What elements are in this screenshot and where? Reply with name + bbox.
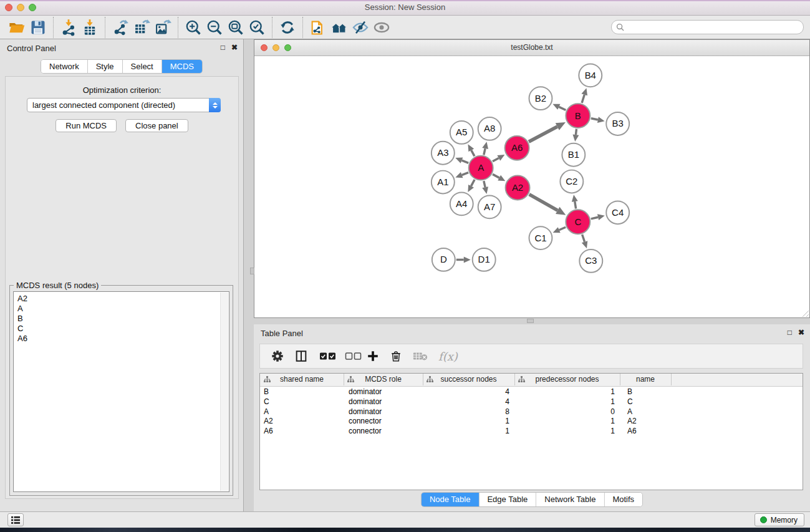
task-history-button[interactable] [7, 513, 24, 526]
table-cell[interactable]: 1 [514, 387, 620, 397]
graph-edge[interactable] [591, 217, 598, 219]
table-cell[interactable]: dominator [344, 387, 423, 397]
close-panel-icon[interactable]: ✖ [231, 44, 238, 52]
mcds-result-item[interactable]: A2 [14, 294, 229, 304]
table-settings-button[interactable] [271, 349, 284, 363]
zoom-fit-button[interactable] [225, 17, 246, 38]
graph-edge[interactable] [493, 174, 499, 178]
table-row[interactable]: Bdominator41B [260, 387, 803, 397]
memory-button[interactable]: Memory [755, 513, 804, 526]
graph-edge[interactable] [559, 227, 566, 230]
table-cell[interactable]: 1 [514, 426, 620, 436]
table-cell[interactable]: dominator [344, 397, 423, 407]
table-cell[interactable]: connector [344, 416, 423, 426]
hub-houses-button[interactable] [329, 17, 350, 38]
graph-edge[interactable] [493, 158, 499, 161]
tab-node-table[interactable]: Node Table [422, 493, 480, 506]
graph-edge[interactable] [462, 173, 468, 175]
column-header-successor-nodes[interactable]: successor nodes [423, 374, 515, 385]
column-visibility-button[interactable] [294, 349, 308, 363]
zoom-window-icon[interactable] [29, 4, 36, 11]
float-panel-icon[interactable]: □ [221, 44, 225, 52]
run-mcds-button[interactable]: Run MCDS [55, 119, 117, 132]
table-cell[interactable]: connector [344, 426, 423, 436]
import-table-button[interactable] [79, 17, 100, 38]
table-cell[interactable]: 8 [423, 407, 514, 417]
table-cell[interactable]: 4 [423, 387, 514, 397]
function-builder-button[interactable]: f(x) [438, 350, 458, 363]
graph-edge[interactable] [484, 148, 485, 155]
graph-edge[interactable] [471, 180, 475, 186]
export-table-button[interactable] [131, 17, 152, 38]
table-cell[interactable]: 1 [514, 397, 620, 407]
import-network-button[interactable] [58, 17, 79, 38]
export-image-button[interactable] [152, 17, 173, 38]
network-from-selection-button[interactable] [307, 17, 329, 38]
network-canvas[interactable]: B4B2BB3A8A5A6A3B1AC2A1A2A4A7C4CC1C3DD1 [255, 56, 809, 317]
table-cell[interactable]: B [620, 387, 671, 397]
graph-edge[interactable] [461, 160, 468, 163]
tab-motifs[interactable]: Motifs [604, 493, 642, 506]
table-row[interactable]: A6connector11A6 [260, 426, 803, 436]
network-window-titlebar[interactable]: testGlobe.txt [254, 40, 809, 56]
column-header-shared-name[interactable]: shared name [260, 374, 344, 385]
zoom-in-button[interactable] [183, 17, 204, 38]
column-header-name[interactable]: name [620, 374, 672, 385]
deselect-all-button[interactable] [345, 352, 362, 360]
zoom-view-icon[interactable] [284, 44, 291, 51]
splitter-handle[interactable] [527, 319, 534, 323]
tab-mcds[interactable]: MCDS [162, 60, 202, 73]
table-cell[interactable]: A [620, 407, 671, 417]
graph-edge[interactable] [591, 118, 598, 120]
tab-network-table[interactable]: Network Table [536, 493, 604, 506]
zoom-selected-button[interactable] [246, 17, 268, 38]
scrollbar-track[interactable] [220, 293, 228, 491]
tab-edge-table[interactable]: Edge Table [479, 493, 536, 506]
optimization-criterion-select[interactable]: largest connected component (directed) [27, 98, 221, 112]
graph-edge[interactable] [484, 181, 485, 187]
show-details-button[interactable] [371, 17, 392, 38]
graph-edge[interactable] [575, 201, 576, 209]
table-row[interactable]: Cdominator41C [260, 397, 803, 407]
table-cell[interactable]: 4 [423, 397, 514, 407]
float-panel-icon[interactable]: □ [788, 329, 792, 337]
mcds-result-item[interactable]: A6 [14, 334, 229, 344]
mcds-result-item[interactable]: C [14, 324, 229, 334]
close-view-icon[interactable] [261, 44, 268, 51]
table-cell[interactable]: A2 [260, 416, 344, 426]
mcds-result-list[interactable]: A2ABCA6 [13, 291, 229, 492]
delete-column-button[interactable] [389, 349, 403, 363]
table-cell[interactable]: C [260, 397, 344, 407]
table-cell[interactable]: A [260, 407, 344, 417]
add-column-button[interactable] [366, 349, 380, 363]
minimize-window-icon[interactable] [17, 4, 24, 11]
table-cell[interactable]: 1 [514, 416, 620, 426]
graph-edge[interactable] [582, 95, 584, 103]
table-cell[interactable]: B [260, 387, 344, 397]
table-cell[interactable]: A6 [620, 426, 671, 436]
table-cell[interactable]: A6 [260, 426, 344, 436]
mcds-result-item[interactable]: B [14, 314, 229, 324]
delete-table-button[interactable] [413, 351, 428, 361]
close-panel-icon[interactable]: ✖ [798, 329, 804, 337]
splitter-handle[interactable] [250, 268, 254, 274]
table-cell[interactable]: C [620, 397, 671, 407]
table-cell[interactable]: 1 [423, 416, 514, 426]
table-cell[interactable]: A2 [620, 416, 671, 426]
tab-style[interactable]: Style [88, 60, 123, 73]
export-network-button[interactable] [110, 17, 131, 38]
graph-edge[interactable] [529, 127, 557, 142]
save-session-button[interactable] [27, 17, 49, 38]
network-graph[interactable]: B4B2BB3A8A5A6A3B1AC2A1A2A4A7C4CC1C3DD1 [255, 56, 809, 317]
select-all-button[interactable] [319, 352, 337, 360]
table-row[interactable]: Adominator80A [260, 407, 803, 417]
table-row[interactable]: A2connector11A2 [260, 416, 803, 426]
graph-edge[interactable] [529, 195, 558, 211]
search-input[interactable] [627, 22, 799, 32]
graph-edge[interactable] [559, 107, 566, 110]
hide-details-button[interactable] [350, 17, 371, 38]
close-panel-button[interactable]: Close panel [125, 119, 188, 132]
minimize-view-icon[interactable] [272, 44, 279, 51]
table-cell[interactable]: dominator [344, 407, 423, 417]
refresh-view-button[interactable] [277, 17, 298, 38]
